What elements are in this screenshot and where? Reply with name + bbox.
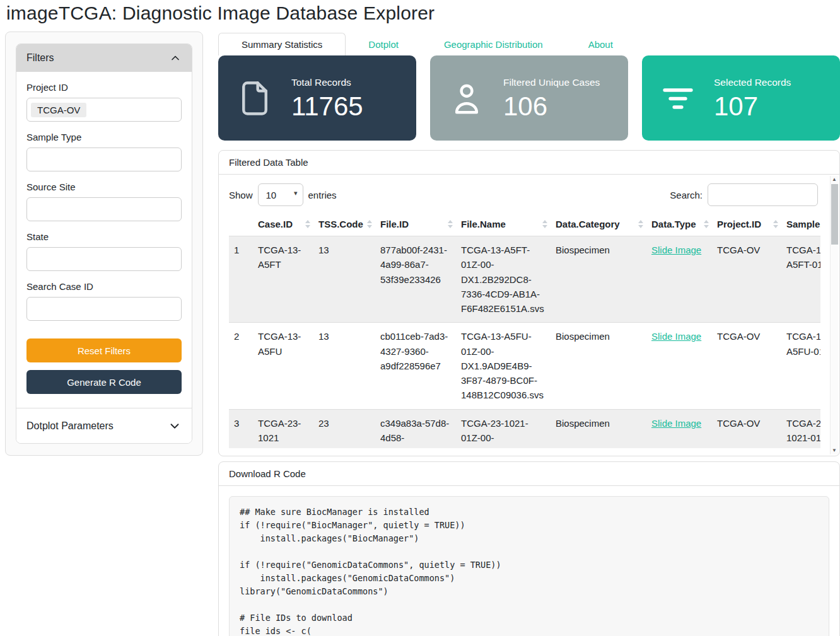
table-scrollbar[interactable]: ▲ ▼ xyxy=(830,176,838,454)
show-label: Show xyxy=(229,190,253,200)
scroll-down-arrow-icon[interactable]: ▼ xyxy=(831,447,838,454)
filtered-unique-cases-card: Filtered Unique Cases 106 xyxy=(430,55,628,141)
cell-file_name: TCGA-13-A5FT-01Z-00-DX1.2B292DC8-7336-4C… xyxy=(456,236,551,323)
search-label: Search: xyxy=(670,190,703,200)
entries-label: entries xyxy=(308,190,337,200)
dotplot-parameters-header[interactable]: Dotplot Parameters xyxy=(16,408,192,443)
cell-file_id: 877ab00f-2431-4a99-86a7-53f39e233426 xyxy=(375,236,456,323)
r-code-block: ## Make sure BiocManager is installed if… xyxy=(229,496,829,636)
cell-category: Biospecimen xyxy=(551,323,646,409)
cell-type: Slide Image xyxy=(646,323,712,409)
cell-case_id: TCGA-23-1021 xyxy=(253,409,313,448)
scrollbar-thumb[interactable] xyxy=(831,184,838,245)
col-header-rownum[interactable] xyxy=(229,212,253,236)
tab-dotplot[interactable]: Dotplot xyxy=(346,33,421,55)
cell-category: Biospecimen xyxy=(551,409,646,448)
cell-sample: TCGA-13-A5FU-01Z xyxy=(781,323,820,409)
file-icon xyxy=(237,79,272,118)
filtered-data-table-title: Filtered Data Table xyxy=(219,151,839,175)
filter-icon xyxy=(661,81,695,115)
chevron-up-icon xyxy=(169,52,182,64)
table-row[interactable]: 2TCGA-13-A5FU13cb011ceb-7ad3-4327-9360-a… xyxy=(229,323,820,409)
col-header-data-type[interactable]: Data.Type xyxy=(646,212,712,236)
dotplot-parameters-title: Dotplot Parameters xyxy=(26,420,114,432)
filters-title: Filters xyxy=(26,52,54,64)
cell-file_id: cb011ceb-7ad3-4327-9360-a9df228596e7 xyxy=(375,323,456,409)
cell-category: Biospecimen xyxy=(551,236,646,323)
filtered-unique-cases-value: 106 xyxy=(503,93,600,120)
filters-accordion: Filters Project ID TCGA-OV Sample Type S… xyxy=(16,43,192,444)
col-header-case-id[interactable]: Case.ID xyxy=(253,212,313,236)
sample-type-input[interactable] xyxy=(26,147,182,171)
cell-sample: TCGA-23-1021-01Z xyxy=(781,409,820,448)
cell-file_name: TCGA-13-A5FU-01Z-00-DX1.9AD9E4B9-3F87-48… xyxy=(456,323,551,409)
cell-sample: TCGA-13-A5FT-01Z xyxy=(781,236,820,323)
stat-cards: Total Records 11765 Filtered Unique Case… xyxy=(218,55,840,141)
col-header-sample-id[interactable]: Sample.ID xyxy=(781,212,820,236)
cell-n: 3 xyxy=(229,409,253,448)
project-id-label: Project ID xyxy=(26,82,182,93)
chevron-down-icon xyxy=(168,419,182,433)
person-icon xyxy=(449,79,484,118)
filtered-unique-cases-label: Filtered Unique Cases xyxy=(503,77,600,88)
selected-records-card: Selected Records 107 xyxy=(642,55,840,141)
col-header-file-id[interactable]: File.ID xyxy=(375,212,456,236)
table-header-row: Case.ID TSS.Code File.ID File.Name Data.… xyxy=(229,212,820,236)
table-row[interactable]: 3TCGA-23-102123c349a83a-57d8-4d58-TCGA-2… xyxy=(229,409,820,448)
sort-icon xyxy=(367,220,372,228)
total-records-label: Total Records xyxy=(291,77,363,88)
table-row[interactable]: 1TCGA-13-A5FT13877ab00f-2431-4a99-86a7-5… xyxy=(229,236,820,323)
col-header-data-category[interactable]: Data.Category xyxy=(551,212,646,236)
generate-r-code-button[interactable]: Generate R Code xyxy=(26,370,182,394)
sort-icon xyxy=(542,220,547,228)
total-records-value: 11765 xyxy=(291,93,363,120)
state-label: State xyxy=(26,231,182,242)
slide-image-link[interactable]: Slide Image xyxy=(651,418,701,429)
cell-type: Slide Image xyxy=(646,236,712,323)
sort-icon xyxy=(448,220,453,228)
filters-body: Project ID TCGA-OV Sample Type Source Si… xyxy=(16,72,192,408)
col-header-file-name[interactable]: File.Name xyxy=(456,212,551,236)
cell-n: 1 xyxy=(229,236,253,323)
tab-summary-statistics[interactable]: Summary Statistics xyxy=(218,33,346,55)
cell-file_id: c349a83a-57d8-4d58- xyxy=(375,409,456,448)
table-controls: Show 10 ▾ entries Search: xyxy=(229,183,829,206)
download-r-code-title: Download R Code xyxy=(219,462,839,486)
sort-icon xyxy=(305,220,310,228)
content: Filters Project ID TCGA-OV Sample Type S… xyxy=(0,32,840,636)
state-input[interactable] xyxy=(26,247,182,271)
cell-case_id: TCGA-13-A5FT xyxy=(253,236,313,323)
project-id-value[interactable]: TCGA-OV xyxy=(31,103,86,117)
table-search-input[interactable] xyxy=(708,183,818,206)
col-header-project-id[interactable]: Project.ID xyxy=(712,212,781,236)
cell-tss: 13 xyxy=(313,323,375,409)
search-case-id-input[interactable] xyxy=(26,297,182,321)
cell-case_id: TCGA-13-A5FU xyxy=(253,323,313,409)
tab-geographic-distribution[interactable]: Geographic Distribution xyxy=(421,33,566,55)
main-content: Summary Statistics Dotplot Geographic Di… xyxy=(218,32,840,636)
source-site-input[interactable] xyxy=(26,197,182,221)
project-id-input[interactable]: TCGA-OV xyxy=(26,98,182,122)
reset-filters-button[interactable]: Reset Filters xyxy=(26,338,182,362)
slide-image-link[interactable]: Slide Image xyxy=(651,331,701,342)
selected-records-value: 107 xyxy=(714,93,791,120)
slide-image-link[interactable]: Slide Image xyxy=(651,245,701,255)
cell-project: TCGA-OV xyxy=(712,323,781,409)
sample-type-label: Sample Type xyxy=(26,132,182,142)
sort-icon xyxy=(704,220,709,228)
page-title: imageTCGA: Diagnostic Image Database Exp… xyxy=(6,3,840,24)
selected-records-label: Selected Records xyxy=(714,77,791,88)
download-r-code-panel: Download R Code ## Make sure BiocManager… xyxy=(218,461,840,636)
sort-icon xyxy=(638,220,643,228)
cell-project: TCGA-OV xyxy=(712,409,781,448)
tab-bar: Summary Statistics Dotplot Geographic Di… xyxy=(218,32,840,55)
col-header-tss-code[interactable]: TSS.Code xyxy=(313,212,375,236)
data-table: Case.ID TSS.Code File.ID File.Name Data.… xyxy=(229,212,820,448)
cell-tss: 23 xyxy=(313,409,375,448)
page-length-select[interactable]: 10 xyxy=(258,183,303,206)
cell-file_name: TCGA-23-1021-01Z-00- xyxy=(456,409,551,448)
source-site-label: Source Site xyxy=(26,182,182,192)
filters-accordion-header[interactable]: Filters xyxy=(16,44,192,72)
scroll-up-arrow-icon[interactable]: ▲ xyxy=(831,176,838,183)
tab-about[interactable]: About xyxy=(566,33,636,55)
